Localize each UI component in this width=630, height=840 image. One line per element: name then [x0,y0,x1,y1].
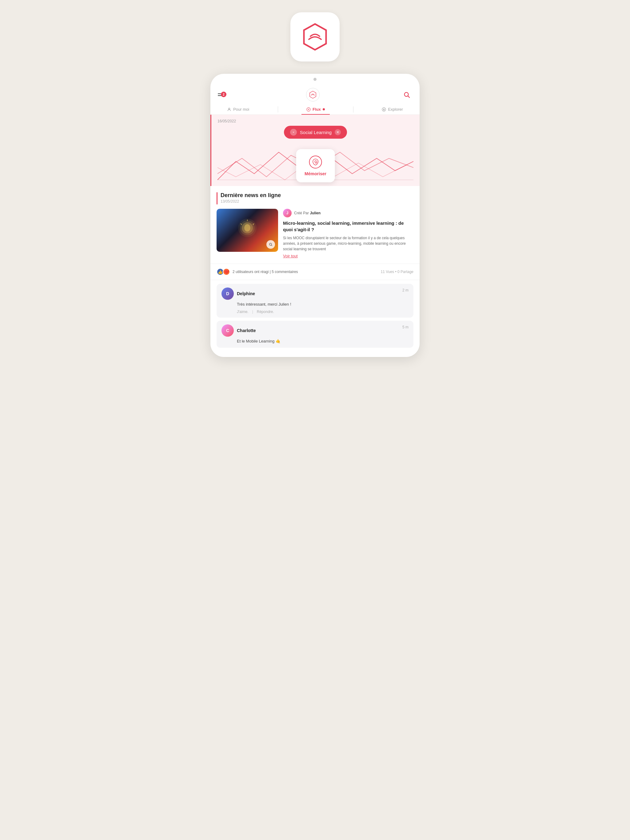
svg-point-4 [382,107,386,111]
tab-explorer-label: Explorer [388,107,403,112]
tab-pour-moi[interactable]: Pour moi [222,104,254,115]
article-excerpt: Si les MOOC disruptaient le secteur de l… [283,235,413,252]
news-section-date: 13/05/2022 [220,199,281,204]
news-card: J Créé Par Julien Micro-learning, social… [217,209,413,259]
image-zoom-icon[interactable] [266,240,275,249]
creator-name: Julien [310,211,321,215]
filter-date: 16/05/2022 [211,119,419,126]
comment-header: C Charlotte 5 m [222,324,408,337]
comment-meta: Charlotte [237,328,408,333]
tab-bar: Pour moi Flux Explorer [211,101,419,115]
pill-down-icon [290,129,297,136]
creator-text: Créé Par Julien [294,211,321,215]
search-button[interactable] [401,89,412,100]
comment-item: C Charlotte 5 m Et le Mobile Learning 🤙 [217,321,413,348]
memoriser-label: Mémoriser [304,171,326,176]
comment-meta: Delphine [237,291,408,296]
jaime-button[interactable]: J'aime. [237,309,249,314]
stats-left: 👍 ❤️ 2 utilisateurs ont réagi | 5 commen… [217,268,298,275]
comments-section: D Delphine 2 m Très intéressant, merci J… [211,284,419,357]
creator-avatar: J [283,209,291,217]
flux-dot [323,108,325,111]
stats-bar: 👍 ❤️ 2 utilisateurs ont réagi | 5 commen… [211,264,419,280]
menu-button[interactable]: 2 [218,93,225,96]
comment-time-delphine: 2 m [402,288,408,292]
repondre-button[interactable]: Répondre. [257,309,274,314]
comment-actions-delphine: J'aime. | Répondre. [237,309,408,314]
comment-time-charlotte: 5 m [402,325,408,329]
comment-header: D Delphine 2 m [222,287,408,300]
heart-icon: ❤️ [223,268,230,275]
news-section: Dernière news en ligne 13/05/2022 [211,186,419,259]
device-frame: 2 [211,74,419,357]
tab-pour-moi-label: Pour moi [233,107,249,112]
tab-explorer[interactable]: Explorer [377,104,408,115]
svg-point-2 [229,108,230,109]
memoriser-popup[interactable]: Mémoriser [296,149,335,182]
views-partage: 11 Vues • 0 Partage [381,270,414,274]
creator-row: J Créé Par Julien [283,209,413,217]
notification-badge: 2 [221,92,226,97]
tab-divider-1 [278,106,278,112]
comment-item: D Delphine 2 m Très intéressant, merci J… [217,284,413,317]
reactions-text: 2 utilisateurs ont réagi | 5 commentaire… [233,270,298,274]
filter-pill-label: Social Learning [300,130,332,135]
section-header: Dernière news en ligne 13/05/2022 [217,192,413,204]
chart-area: Mémoriser [211,143,419,186]
svg-point-14 [269,243,272,245]
delphine-avatar: D [222,287,234,300]
social-learning-filter-pill[interactable]: Social Learning [284,126,347,139]
article-title[interactable]: Micro-learning, social learning, immersi… [283,220,413,233]
news-content: J Créé Par Julien Micro-learning, social… [283,209,413,259]
comment-author-delphine: Delphine [237,291,408,296]
camera-dot [313,78,317,81]
news-section-title: Dernière news en ligne [220,192,281,199]
svg-point-10 [244,224,250,232]
svg-line-15 [271,245,272,246]
status-bar [211,74,419,85]
tab-flux[interactable]: Flux [301,104,330,115]
nav-logo [306,88,320,101]
app-icon [290,12,340,62]
filter-close-button[interactable] [335,129,341,135]
section-bar [217,192,217,204]
filter-pill-row: Social Learning [211,126,419,143]
tab-flux-label: Flux [313,107,321,112]
comment-text-delphine: Très intéressant, merci Julien ! [237,302,408,307]
svg-line-1 [408,96,410,98]
charlotte-avatar: C [222,324,234,337]
voir-tout-link[interactable]: Voir tout [283,254,298,258]
filter-section: 16/05/2022 Social Learning [211,115,419,186]
tab-divider-2 [353,106,353,112]
top-nav: 2 [211,85,419,101]
reaction-icons: 👍 ❤️ [217,268,230,275]
comment-author-charlotte: Charlotte [237,328,408,333]
comment-text-charlotte: Et le Mobile Learning 🤙 [237,338,408,344]
news-thumbnail[interactable] [217,209,278,252]
